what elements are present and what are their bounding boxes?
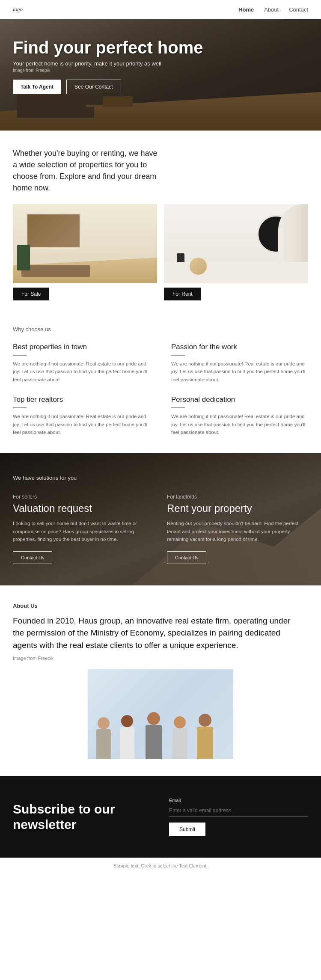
why-divider-1 bbox=[171, 355, 185, 356]
for-rent-button[interactable]: For Rent bbox=[164, 288, 201, 300]
navbar: logo Home About Contact bbox=[0, 0, 321, 19]
why-desc-1: We are nothing if not passionate! Real e… bbox=[171, 360, 308, 383]
footer-text: Sample text: Click to select the Text El… bbox=[13, 863, 308, 868]
why-divider-0 bbox=[13, 355, 27, 356]
hero-subtitle: Your perfect home is our priority, make … bbox=[13, 60, 308, 67]
nav-link-contact[interactable]: Contact bbox=[289, 6, 308, 13]
for-sale-image bbox=[13, 204, 157, 283]
nav-links: Home About Contact bbox=[238, 6, 308, 13]
solution-seller-desc: Looking to sell your home but don't want… bbox=[13, 520, 154, 543]
talk-to-agent-button[interactable]: Talk To Agent bbox=[13, 80, 61, 94]
nav-link-about[interactable]: About bbox=[264, 6, 279, 13]
email-label: Email bbox=[169, 798, 308, 803]
solutions-label: We have solutions for you bbox=[13, 475, 308, 481]
newsletter-title: Subscribe to our newsletter bbox=[13, 802, 152, 832]
why-divider-3 bbox=[171, 407, 185, 408]
why-item-2: Top tier realtors We are nothing if not … bbox=[13, 395, 150, 436]
seller-contact-button[interactable]: Contact Us bbox=[13, 551, 52, 564]
for-rent-image bbox=[164, 204, 308, 283]
solution-landlord-category: For landlords bbox=[167, 494, 308, 500]
solutions-content: We have solutions for you For sellers Va… bbox=[13, 475, 308, 564]
nav-link-home[interactable]: Home bbox=[238, 6, 254, 13]
why-item-1: Passion for the work We are nothing if n… bbox=[171, 343, 308, 383]
for-sale-card: For Sale bbox=[13, 204, 157, 300]
selection-intro: Whether you're buying or renting, we hav… bbox=[13, 148, 158, 194]
about-text: Founded in 2010, Haus group, an innovati… bbox=[13, 615, 304, 652]
see-contact-button[interactable]: See Our Contact bbox=[66, 80, 121, 94]
solution-seller-category: For sellers bbox=[13, 494, 154, 500]
newsletter-form: Email Submit bbox=[169, 798, 308, 836]
property-cards: For Sale For Rent bbox=[13, 204, 308, 300]
why-desc-2: We are nothing if not passionate! Real e… bbox=[13, 413, 150, 436]
email-input[interactable] bbox=[169, 805, 308, 817]
hero-image-credit: Image from Freepik bbox=[13, 68, 308, 73]
solution-landlord-title: Rent your property bbox=[167, 502, 308, 514]
team-photo bbox=[88, 669, 233, 759]
why-divider-2 bbox=[13, 407, 27, 408]
solution-landlord-desc: Renting out your property shouldn't be h… bbox=[167, 520, 308, 543]
why-title-1: Passion for the work bbox=[171, 343, 308, 351]
why-title-3: Personal dedication bbox=[171, 395, 308, 404]
solutions-grid: For sellers Valuation request Looking to… bbox=[13, 494, 308, 564]
why-grid: Best properties in town We are nothing i… bbox=[13, 343, 308, 436]
why-desc-0: We are nothing if not passionate! Real e… bbox=[13, 360, 150, 383]
why-title-0: Best properties in town bbox=[13, 343, 150, 351]
about-section-label: About Us bbox=[13, 603, 308, 609]
solution-seller: For sellers Valuation request Looking to… bbox=[13, 494, 154, 564]
submit-button[interactable]: Submit bbox=[169, 823, 205, 836]
about-section: About Us Founded in 2010, Haus group, an… bbox=[0, 585, 321, 777]
why-item-0: Best properties in town We are nothing i… bbox=[13, 343, 150, 383]
about-image-credit: Image from Freepik bbox=[13, 656, 308, 661]
hero-section: Find your perfect home Your perfect home… bbox=[0, 19, 321, 131]
why-title-2: Top tier realtors bbox=[13, 395, 150, 404]
for-rent-card: For Rent bbox=[164, 204, 308, 300]
why-desc-3: We are nothing if not passionate! Real e… bbox=[171, 413, 308, 436]
landlord-contact-button[interactable]: Contact Us bbox=[167, 551, 206, 564]
for-sale-button[interactable]: For Sale bbox=[13, 288, 49, 300]
why-item-3: Personal dedication We are nothing if no… bbox=[171, 395, 308, 436]
hero-content: Find your perfect home Your perfect home… bbox=[13, 38, 308, 94]
footer-bar: Sample text: Click to select the Text El… bbox=[0, 858, 321, 873]
nav-logo: logo bbox=[13, 6, 23, 13]
newsletter-section: Subscribe to our newsletter Email Submit bbox=[0, 776, 321, 858]
hero-title: Find your perfect home bbox=[13, 38, 308, 57]
selection-section: Whether you're buying or renting, we hav… bbox=[0, 131, 321, 309]
why-label: Why choose us bbox=[13, 326, 308, 333]
solutions-section: We have solutions for you For sellers Va… bbox=[0, 453, 321, 585]
why-section: Why choose us Best properties in town We… bbox=[0, 309, 321, 453]
solution-seller-title: Valuation request bbox=[13, 502, 154, 514]
solution-landlord: For landlords Rent your property Renting… bbox=[167, 494, 308, 564]
